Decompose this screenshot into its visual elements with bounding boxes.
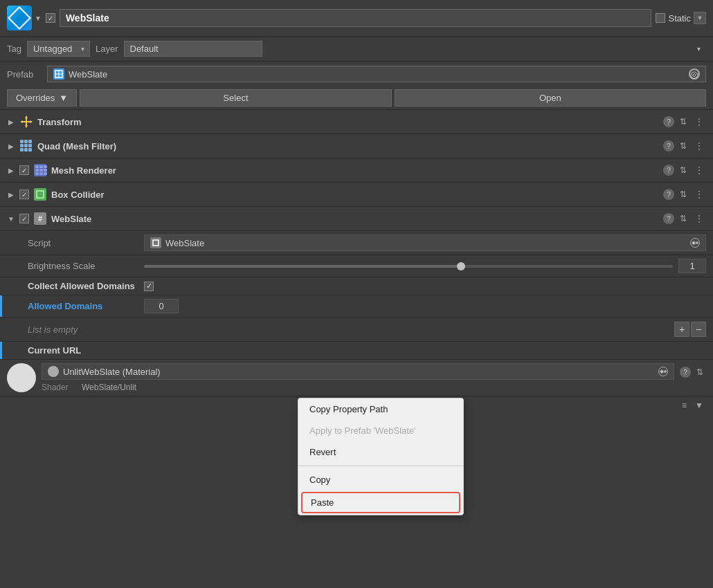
quad-mesh-filter-icon (19, 139, 33, 153)
allowed-domains-count[interactable] (144, 299, 179, 313)
material-help-icon[interactable]: ? (680, 367, 691, 378)
mesh-renderer-name: Mesh Renderer (51, 165, 659, 176)
layer-label: Layer (96, 44, 118, 54)
quad-mesh-filter-help-icon[interactable]: ? (663, 140, 674, 151)
mesh-renderer-help-icon[interactable]: ? (663, 165, 674, 176)
webslate-expand-arrow[interactable] (7, 215, 15, 223)
box-collider-help-icon[interactable]: ? (663, 189, 674, 200)
webslate-component-name: WebSlate (51, 214, 659, 224)
box-collider-settings-icon[interactable]: ⇅ (677, 188, 689, 201)
material-name: UnlitWebSlate (Material) (63, 367, 161, 377)
brightness-slider[interactable] (144, 265, 673, 268)
shader-row: Shader WebSlate/Unlit (42, 383, 674, 392)
component-row-quad-mesh-filter: Quad (Mesh Filter) ? ⇅ ⋮ (0, 134, 713, 158)
script-field-icon (150, 237, 161, 248)
mesh-renderer-menu-icon[interactable]: ⋮ (692, 164, 706, 176)
box-collider-checkbox[interactable]: ✓ (19, 190, 29, 199)
context-menu: Copy Property Path Apply to Prefab 'WebS… (298, 398, 464, 515)
static-dropdown-btn[interactable]: ▼ (694, 12, 706, 24)
transform-settings-icon[interactable]: ⇅ (677, 116, 689, 128)
list-empty-row: List is empty + − (0, 317, 713, 341)
layer-select[interactable]: Default (124, 41, 262, 57)
unity-cube-icon (7, 6, 32, 30)
material-object-field[interactable]: UnlitWebSlate (Material) ◉ (42, 363, 674, 380)
material-target-icon[interactable]: ◉ (658, 367, 668, 376)
bottom-filter-icon[interactable]: ≡ (679, 399, 689, 412)
webslate-help-icon[interactable]: ? (663, 213, 674, 224)
quad-mesh-filter-expand-arrow[interactable] (7, 143, 15, 150)
collect-domains-checkbox[interactable]: ✓ (144, 282, 154, 291)
webslate-checkbox[interactable]: ✓ (19, 214, 29, 223)
prefab-buttons-row: Overrides ▼ Select Open (0, 86, 713, 109)
current-url-label: Current URL (28, 345, 138, 356)
brightness-thumb[interactable] (457, 262, 465, 270)
select-button[interactable]: Select (80, 89, 391, 107)
mesh-renderer-checkbox[interactable]: ✓ (19, 165, 29, 175)
context-menu-item-copy[interactable]: Copy (298, 469, 463, 490)
list-add-button[interactable]: + (674, 322, 689, 337)
transform-expand-arrow[interactable] (7, 118, 15, 126)
transform-name: Transform (37, 117, 659, 127)
context-menu-item-revert[interactable]: Revert (298, 441, 463, 463)
allowed-domains-accent (0, 295, 2, 317)
prefab-target-icon[interactable]: ◎ (689, 68, 700, 80)
bottom-arrow-down-icon[interactable]: ▼ (692, 399, 706, 412)
mesh-renderer-expand-arrow[interactable] (7, 167, 15, 174)
material-icon (48, 366, 59, 377)
context-menu-item-paste[interactable]: Paste (301, 492, 460, 513)
script-target-icon[interactable]: ◉ (690, 238, 700, 248)
webslate-menu-icon[interactable]: ⋮ (692, 212, 706, 225)
box-collider-name: Box Collider (51, 190, 659, 200)
box-collider-actions: ? ⇅ ⋮ (663, 188, 706, 201)
context-menu-divider (298, 466, 463, 466)
transform-actions: ? ⇅ ⋮ (663, 116, 706, 128)
component-row-box-collider: ✓ Box Collider ? ⇅ ⋮ (0, 182, 713, 206)
script-field-value[interactable]: WebSlate ◉ (144, 235, 706, 251)
quad-mesh-filter-actions: ? ⇅ ⋮ (663, 140, 706, 152)
brightness-value-input[interactable] (678, 259, 706, 273)
collect-domains-row: Collect Allowed Domains ✓ (0, 277, 713, 295)
layer-select-wrapper: Default ▼ (124, 41, 707, 57)
prefab-label: Prefab (7, 69, 42, 80)
quad-mesh-filter-menu-icon[interactable]: ⋮ (692, 140, 706, 152)
list-remove-button[interactable]: − (691, 322, 706, 337)
shader-value: WebSlate/Unlit (82, 383, 136, 392)
material-settings-icon[interactable]: ⇅ (694, 366, 706, 378)
object-active-checkbox[interactable]: ✓ (46, 13, 55, 23)
quad-mesh-filter-name: Quad (Mesh Filter) (37, 141, 659, 151)
static-label: Static (668, 13, 691, 24)
material-row: UnlitWebSlate (Material) ◉ Shader WebSla… (0, 359, 713, 396)
static-checkbox[interactable] (656, 13, 665, 23)
component-row-webslate: ✓ # WebSlate ? ⇅ ⋮ (0, 206, 713, 230)
list-empty-text: List is empty (28, 324, 78, 335)
mesh-renderer-actions: ? ⇅ ⋮ (663, 164, 706, 176)
overrides-button[interactable]: Overrides ▼ (7, 89, 77, 107)
brightness-label: Brightness Scale (28, 261, 138, 271)
static-area: Static ▼ (656, 12, 706, 24)
object-name-input[interactable] (60, 9, 652, 27)
component-row-transform: Transform ? ⇅ ⋮ (0, 109, 713, 134)
transform-help-icon[interactable]: ? (663, 116, 674, 127)
brightness-row: Brightness Scale (0, 255, 713, 277)
box-collider-expand-arrow[interactable] (7, 191, 15, 199)
open-button[interactable]: Open (395, 89, 706, 107)
svg-rect-9 (37, 191, 44, 198)
tag-label: Tag (7, 44, 21, 54)
mesh-renderer-settings-icon[interactable]: ⇅ (677, 164, 689, 176)
prefab-object-field[interactable]: WebSlate ◎ (47, 66, 706, 82)
transform-menu-icon[interactable]: ⋮ (692, 116, 706, 128)
cube-dropdown-arrow[interactable]: ▼ (35, 15, 42, 22)
context-menu-item-copy-property-path[interactable]: Copy Property Path (298, 398, 463, 420)
svg-marker-6 (25, 125, 28, 128)
script-value-text: WebSlate (165, 238, 204, 248)
current-url-row: Current URL (0, 341, 713, 359)
tag-select[interactable]: Untagged (27, 41, 90, 57)
box-collider-menu-icon[interactable]: ⋮ (692, 188, 706, 201)
quad-mesh-filter-settings-icon[interactable]: ⇅ (677, 140, 689, 152)
collect-domains-label: Collect Allowed Domains (28, 281, 138, 291)
prefab-row: Prefab WebSlate ◎ (0, 61, 713, 86)
context-menu-item-apply-to-prefab: Apply to Prefab 'WebSlate' (298, 420, 463, 441)
webslate-icon: # (33, 212, 47, 226)
tag-layer-row: Tag Untagged ▼ Layer Default ▼ (0, 37, 713, 61)
webslate-settings-icon[interactable]: ⇅ (677, 212, 689, 225)
